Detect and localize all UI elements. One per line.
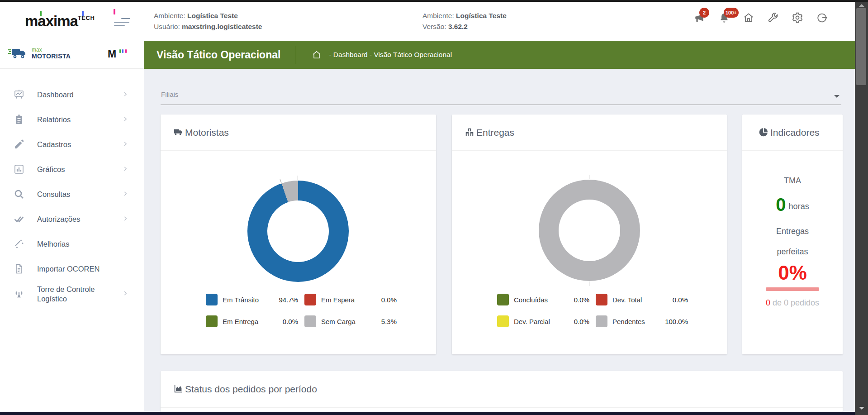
brand-tick-blue	[82, 11, 84, 16]
donut-tick	[589, 175, 589, 179]
scroll-up-arrow-icon[interactable]	[859, 4, 864, 7]
legend-value: 0.0%	[574, 318, 589, 325]
legend-item: Concluídas 0.0%	[497, 294, 596, 305]
gear-icon	[792, 12, 803, 24]
sidebar-item-label: Relatórios	[37, 115, 71, 124]
scrollbar-thumb[interactable]	[856, 8, 866, 85]
window-bottom-edge	[0, 412, 868, 415]
notifications-button[interactable]: 100+	[718, 12, 730, 24]
max-motorista-wordmark: max MOTORISTA	[32, 48, 71, 60]
notifications-badge: 100+	[724, 8, 739, 18]
ambiente-value-2: Logística Teste	[456, 12, 507, 19]
bar-chart-icon	[14, 164, 27, 176]
sidebar-toggle-button[interactable]	[114, 18, 130, 28]
motoristas-legend: Em Trânsito 94.7% Em Espera 0.0% Em Entr…	[206, 294, 405, 327]
motoristas-card: Motoristas Em Trânsito 94.7% Em Espera 0…	[161, 114, 436, 354]
sidebar-item-label: Cadastros	[37, 140, 71, 149]
page-title: Visão Tático Operacional	[157, 49, 280, 61]
indicadores-card-header: Indicadores	[742, 114, 843, 151]
mini-tick-green	[119, 49, 121, 53]
legend-item: Dev. Parcial 0.0%	[497, 315, 596, 327]
home-button[interactable]	[743, 12, 754, 24]
sidebar-item-torre-controle[interactable]: Torre de Controle Logístico	[0, 281, 144, 306]
legend-swatch	[497, 315, 509, 327]
page-titlebar: Visão Tático Operacional - Dashboard - V…	[144, 41, 855, 69]
legend-value: 0.0%	[673, 296, 688, 304]
scroll-down-arrow-icon[interactable]	[859, 407, 864, 410]
legend-item: Em Trânsito 94.7%	[206, 294, 304, 305]
wrench-icon	[767, 12, 779, 24]
legend-item: Pendentes 100.0%	[596, 315, 694, 327]
filiais-select[interactable]: Filiais	[161, 86, 841, 105]
legend-label: Sem Carga	[321, 318, 356, 325]
sidebar-item-label: Torre de Controle Logístico	[37, 285, 114, 304]
breadcrumb-home-icon[interactable]	[312, 50, 322, 60]
sidebar-item-cadastros[interactable]: Cadastros	[0, 132, 144, 157]
truck-icon	[8, 46, 29, 61]
chevron-right-icon	[122, 290, 128, 298]
legend-value: 5.3%	[381, 318, 397, 325]
sidebar-item-autorizacoes[interactable]: Autorizações	[0, 207, 144, 232]
antenna-icon	[14, 288, 27, 300]
legend-value: 0.0%	[283, 318, 298, 325]
product-name-bottom: MOTORISTA	[32, 52, 71, 60]
sidebar: max MOTORISTA M Dashboard Relatórios Cad…	[0, 41, 144, 412]
sidebar-item-consultas[interactable]: Consultas	[0, 182, 144, 207]
legend-value: 0.0%	[381, 296, 397, 304]
status-pedidos-card: Status dos pedidos por período	[161, 371, 843, 412]
sidebar-menu: Dashboard Relatórios Cadastros Gráficos …	[0, 82, 144, 306]
legend-label: Dev. Parcial	[514, 318, 550, 325]
legend-item: Sem Carga 5.3%	[304, 315, 403, 327]
legend-swatch	[304, 315, 316, 327]
announcements-badge: 2	[699, 8, 709, 18]
sidebar-item-importar-ocoren[interactable]: Importar OCOREN	[0, 257, 144, 281]
legend-swatch	[206, 315, 218, 327]
legend-label: Pendentes	[612, 318, 645, 325]
maxima-mini-logo: M	[108, 48, 116, 60]
donut-tick	[589, 281, 589, 286]
legend-item: Dev. Total 0.0%	[596, 294, 694, 305]
donut-tick	[298, 176, 298, 180]
legend-label: Concluídas	[514, 296, 548, 304]
clipboard-icon	[14, 114, 27, 126]
logout-button[interactable]	[816, 12, 828, 24]
legend-label: Em Espera	[321, 296, 355, 304]
settings-button[interactable]	[792, 12, 803, 24]
motoristas-title: Motoristas	[185, 127, 229, 138]
entregas-perfeitas-line2: perfeitas	[742, 247, 843, 257]
chevron-right-icon	[122, 166, 128, 174]
sidebar-item-label: Melhorias	[37, 239, 70, 249]
breadcrumb: - Dashboard - Visão Tático Operacional	[329, 51, 452, 59]
pencil-icon	[14, 139, 27, 151]
legend-label: Em Entrega	[223, 318, 258, 325]
entregas-perfeitas-line1: Entregas	[742, 227, 843, 236]
sidebar-item-melhorias[interactable]: Melhorias	[0, 232, 144, 257]
chevron-right-icon	[122, 191, 128, 199]
sidebar-item-dashboard[interactable]: Dashboard	[0, 82, 144, 107]
announcements-button[interactable]: 2	[694, 12, 706, 24]
indicadores-title: Indicadores	[770, 127, 820, 138]
filiais-label: Filiais	[161, 91, 178, 98]
chevron-right-icon	[122, 116, 128, 124]
vertical-scrollbar[interactable]	[855, 0, 868, 415]
sidebar-item-graficos[interactable]: Gráficos	[0, 157, 144, 182]
brand-word: maxima	[25, 13, 78, 29]
home-icon	[743, 12, 754, 24]
sidebar-item-relatorios[interactable]: Relatórios	[0, 107, 144, 132]
sidebar-item-label: Importar OCOREN	[37, 264, 100, 274]
sidebar-item-label: Gráficos	[37, 165, 65, 174]
legend-swatch	[206, 294, 218, 305]
chevron-right-icon	[122, 141, 128, 149]
environment-user-info: Ambiente: Logística Teste Usuário: maxst…	[154, 10, 262, 32]
titlebar-divider	[296, 46, 296, 64]
tools-button[interactable]	[767, 12, 779, 24]
header-icon-bar: 2 100+	[694, 12, 828, 24]
maxima-tech-logo: maximaTECH	[25, 13, 129, 33]
ambiente-value: Logística Teste	[187, 12, 238, 19]
tma-unit: horas	[789, 202, 809, 211]
sidebar-item-label: Autorizações	[37, 215, 80, 224]
entregas-legend: Concluídas 0.0% Dev. Total 0.0% Dev. Par…	[497, 294, 696, 327]
donut-hole	[559, 200, 620, 261]
brand-suffix: TECH	[78, 14, 95, 21]
chevron-right-icon	[122, 91, 128, 99]
